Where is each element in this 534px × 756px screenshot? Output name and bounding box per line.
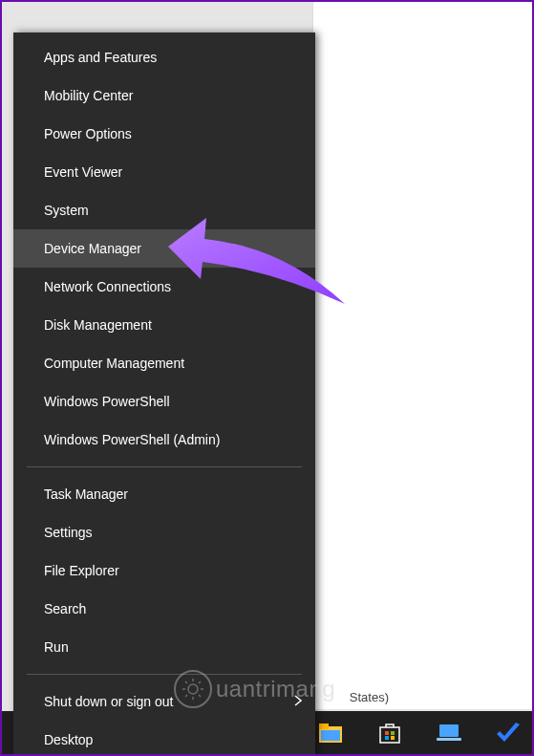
- desktop-window-edge: [312, 2, 532, 709]
- winx-mobility-center[interactable]: Mobility Center: [13, 76, 315, 115]
- winx-shutdown[interactable]: Shut down or sign out: [13, 682, 315, 721]
- menu-item-label: Disk Management: [44, 317, 152, 333]
- chevron-right-icon: [294, 694, 302, 709]
- power-user-menu: Apps and FeaturesMobility CenterPower Op…: [13, 32, 315, 756]
- menu-separator: [27, 674, 302, 675]
- laptop-icon[interactable]: [436, 720, 462, 746]
- menu-item-label: Device Manager: [44, 241, 141, 256]
- winx-file-explorer[interactable]: File Explorer: [13, 551, 315, 590]
- menu-item-label: File Explorer: [44, 563, 119, 578]
- winx-apps-and-features[interactable]: Apps and Features: [13, 38, 315, 76]
- winx-task-manager[interactable]: Task Manager: [13, 475, 315, 513]
- menu-item-label: Task Manager: [44, 486, 128, 502]
- menu-item-label: Network Connections: [44, 279, 171, 294]
- winx-settings[interactable]: Settings: [13, 513, 315, 551]
- menu-item-label: Settings: [44, 525, 93, 540]
- svg-rect-7: [391, 736, 395, 740]
- language-indicator: States): [350, 690, 389, 704]
- microsoft-store-icon[interactable]: [376, 720, 403, 746]
- svg-rect-5: [391, 731, 395, 735]
- winx-search[interactable]: Search: [13, 590, 315, 628]
- menu-item-label: Shut down or sign out: [44, 694, 173, 709]
- menu-item-label: Power Options: [44, 126, 132, 141]
- menu-item-label: Windows PowerShell: [44, 394, 170, 409]
- svg-rect-8: [439, 724, 459, 737]
- svg-rect-4: [385, 731, 389, 735]
- svg-rect-6: [385, 736, 389, 740]
- winx-event-viewer[interactable]: Event Viewer: [13, 153, 315, 191]
- svg-rect-2: [321, 730, 340, 741]
- winx-powershell[interactable]: Windows PowerShell: [13, 382, 315, 421]
- menu-item-label: Mobility Center: [44, 88, 133, 103]
- checkmark-icon[interactable]: [495, 720, 522, 746]
- winx-disk-management[interactable]: Disk Management: [13, 306, 315, 344]
- menu-separator: [27, 466, 302, 467]
- menu-item-label: Search: [44, 601, 86, 616]
- svg-rect-9: [437, 738, 461, 741]
- winx-network-connections[interactable]: Network Connections: [13, 268, 315, 306]
- svg-rect-1: [319, 724, 329, 729]
- menu-item-label: Apps and Features: [44, 50, 157, 65]
- winx-power-options[interactable]: Power Options: [13, 115, 315, 153]
- menu-item-label: Computer Management: [44, 356, 184, 371]
- winx-system[interactable]: System: [13, 191, 315, 229]
- winx-desktop[interactable]: Desktop: [13, 721, 315, 756]
- winx-run[interactable]: Run: [13, 628, 315, 666]
- menu-item-label: Windows PowerShell (Admin): [44, 432, 220, 447]
- winx-powershell-admin[interactable]: Windows PowerShell (Admin): [13, 421, 315, 459]
- winx-device-manager[interactable]: Device Manager: [13, 229, 315, 268]
- menu-item-label: System: [44, 203, 89, 218]
- menu-item-label: Run: [44, 639, 69, 655]
- menu-item-label: Desktop: [44, 732, 93, 747]
- winx-computer-management[interactable]: Computer Management: [13, 344, 315, 382]
- file-explorer-icon[interactable]: [317, 720, 344, 746]
- svg-rect-3: [380, 727, 399, 743]
- menu-item-label: Event Viewer: [44, 164, 122, 180]
